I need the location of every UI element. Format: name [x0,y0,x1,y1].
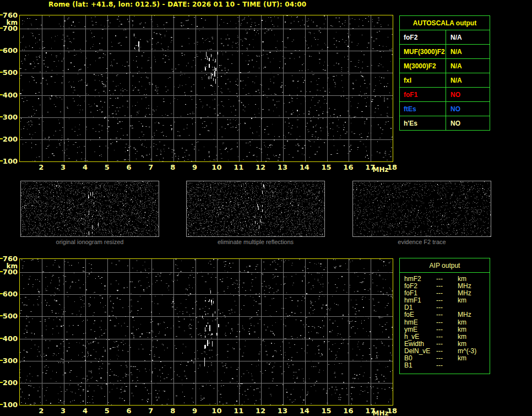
x-tick-label: 10 [211,407,221,415]
x-axis-unit-label: MHz [373,409,389,416]
aip-table-header: AIP output [400,258,490,273]
aip-table-body: hmF2---km foF2---MHz foF1---MHz hmF1---k… [400,273,490,369]
aip-row-unit: km [458,333,466,341]
list-item: B0---km [404,355,490,362]
aip-row-unit: MHz [458,282,471,290]
y-axis-edge-tick [0,382,3,383]
autoscala-row-label: ftEs [400,102,446,116]
x-tick-label: 13 [278,163,287,171]
y-axis-unit-label: km [1,19,18,26]
table-row: M(3000)F2 N/A [400,59,490,73]
aip-row-value: --- [436,311,458,318]
list-item: hmE---km [404,319,490,326]
x-tick-label: 4 [83,163,88,171]
aip-row-label: h_vE [404,333,436,341]
bottom-ionogram-canvas [20,259,393,405]
y-tick-label: 400 [1,334,18,342]
autoscala-row-value: NO [446,116,460,130]
bottom-ionogram-plot [19,258,393,406]
x-tick-label: 14 [300,163,310,171]
y-axis-edge-tick [0,404,3,405]
x-tick-label: 7 [148,407,153,415]
y-axis-edge-tick [0,50,3,51]
x-axis-unit-label: MHz [373,166,389,174]
autoscala-row-value: NO [446,102,460,116]
y-axis-edge-tick [0,160,3,161]
y-tick-label: 300 [1,356,18,364]
autoscala-row-value: N/A [446,59,462,73]
aip-row-value: --- [436,341,458,348]
y-tick-label: 500 [1,312,18,320]
x-tick-label: 9 [192,163,197,171]
list-item: h_vE---km [404,333,490,341]
autoscala-row-value: N/A [446,45,462,58]
thumbnail-caption: evidence F2 trace [352,239,491,245]
table-row: fxI N/A [400,73,490,88]
y-tick-label: 760 [1,255,18,263]
aip-row-label: hmE [404,319,436,326]
aip-row-value: --- [436,319,458,326]
list-item: ymE---km [404,326,490,333]
y-axis-edge-tick [0,293,3,294]
x-tick-label: 4 [83,407,88,415]
autoscala-row-label: foF1 [400,88,446,101]
aip-row-value: --- [436,326,458,333]
x-tick-label: 8 [170,407,175,415]
y-tick-label: 100 [1,401,18,409]
autoscala-table-header: AUTOSCALA output [400,16,490,30]
x-tick-label: 18 [387,407,397,415]
y-tick-label: 100 [1,157,18,165]
y-axis-edge-tick [0,138,3,139]
list-item: Ewidth---km [404,341,490,348]
thumbnail-original-canvas [21,181,159,236]
x-tick-label: 3 [61,407,66,415]
x-tick-label: 11 [234,407,243,415]
y-axis-unit-label: km [1,262,18,270]
aip-row-unit: km [458,326,466,333]
autoscala-row-value: NO [446,88,460,101]
aip-row-value: --- [436,362,458,369]
y-axis-edge-tick [0,28,3,29]
y-axis-edge-tick [0,315,3,316]
y-axis-edge-tick [0,258,3,259]
autoscala-row-label: foF2 [400,30,446,44]
x-tick-label: 11 [234,163,243,171]
autoscala-window: Rome (lat: +41.8, lon: 012.5) - DATE: 20… [0,0,532,416]
x-tick-label: 15 [321,163,331,171]
x-tick-label: 8 [170,163,175,171]
y-tick-label: 300 [1,112,18,121]
thumbnail-f2-trace [352,181,491,237]
x-tick-label: 18 [387,163,397,171]
aip-row-unit: km [458,340,466,348]
autoscala-row-label: MUF(3000)F2 [400,45,446,58]
thumbnail-multiple-reflections [186,181,325,237]
aip-row-label: foE [404,311,436,318]
aip-output-table: AIP output hmF2---km foF2---MHz foF1---M… [399,258,490,374]
x-tick-label: 5 [105,407,110,415]
thumbnail-f2-canvas [353,181,491,236]
thumbnail-reflections-canvas [187,181,324,236]
aip-row-unit: km [458,296,466,304]
y-axis-edge-tick [0,360,3,361]
aip-row-label: B1 [404,362,436,369]
aip-row-unit: m^(-3) [458,347,476,355]
autoscala-row-label: fxI [400,73,446,87]
list-item: hmF1---km [404,297,490,304]
list-item: foE---MHz [404,311,490,318]
thumbnail-original-ionogram [20,181,159,237]
table-row: foF1 NO [400,88,490,102]
aip-row-unit: MHz [458,289,471,297]
list-item: D1--- [404,304,490,311]
x-tick-label: 7 [148,163,153,171]
aip-row-value: --- [436,333,458,341]
x-tick-label: 12 [256,163,265,171]
x-tick-label: 14 [300,407,310,415]
autoscala-row-value: N/A [446,73,462,87]
x-tick-label: 6 [127,163,132,171]
x-tick-label: 9 [192,407,197,415]
x-tick-label: 16 [343,163,353,171]
y-tick-label: 200 [1,134,18,143]
aip-row-label: ymE [404,326,436,333]
table-row: ftEs NO [400,102,490,116]
y-tick-label: 400 [1,90,18,99]
